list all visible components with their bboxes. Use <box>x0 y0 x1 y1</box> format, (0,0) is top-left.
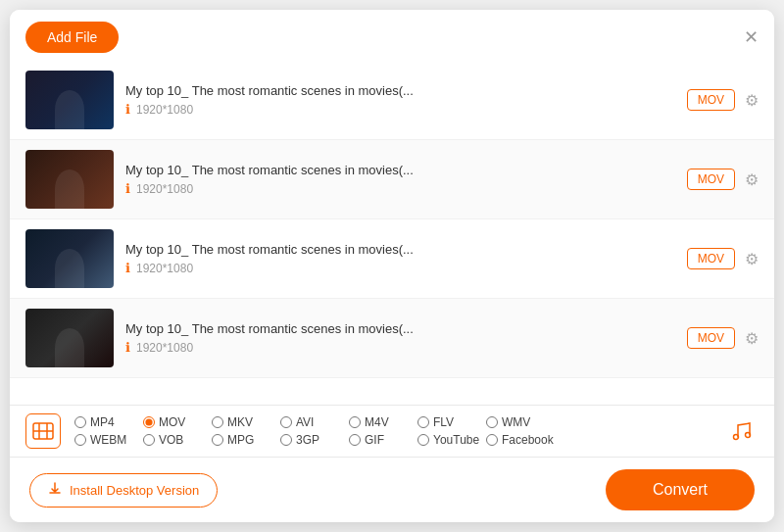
format-badge[interactable]: MOV <box>687 89 735 111</box>
format-label-wmv: WMV <box>502 415 530 429</box>
file-info: My top 10_ The most romantic scenes in m… <box>114 163 687 196</box>
format-radio-gif[interactable] <box>349 434 361 446</box>
title-bar: Add File ✕ <box>10 10 774 61</box>
file-item: My top 10_ The most romantic scenes in m… <box>10 219 774 299</box>
bottom-bar: Install Desktop Version Convert <box>10 457 774 522</box>
info-icon[interactable]: ℹ <box>125 181 130 196</box>
file-name: My top 10_ The most romantic scenes in m… <box>125 242 498 257</box>
format-label-gif: GIF <box>365 433 384 447</box>
info-icon[interactable]: ℹ <box>125 340 130 355</box>
file-thumbnail <box>25 309 114 367</box>
app-window: Add File ✕ My top 10_ The most romantic … <box>10 10 774 522</box>
download-icon <box>48 482 62 499</box>
file-name: My top 10_ The most romantic scenes in m… <box>125 83 498 98</box>
format-radio-mpg[interactable] <box>212 434 223 446</box>
format-label-mov: MOV <box>159 415 185 429</box>
format-label-3gp: 3GP <box>296 433 319 447</box>
format-radio-avi[interactable] <box>280 416 292 428</box>
format-radio-webm[interactable] <box>74 434 86 446</box>
format-label-webm: WEBM <box>90 433 126 447</box>
format-radio-youtube[interactable] <box>417 434 429 446</box>
svg-point-5 <box>746 433 751 438</box>
file-thumbnail <box>25 229 114 288</box>
format-label-flv: FLV <box>433 415 454 429</box>
format-option-avi[interactable]: AVI <box>280 415 349 429</box>
format-radio-facebook[interactable] <box>486 434 498 446</box>
info-icon[interactable]: ℹ <box>125 261 130 275</box>
install-label: Install Desktop Version <box>70 483 199 498</box>
video-format-icon <box>25 413 61 449</box>
format-option-mkv[interactable]: MKV <box>212 415 280 429</box>
format-radio-mkv[interactable] <box>212 416 223 428</box>
format-badge[interactable]: MOV <box>687 169 735 190</box>
file-resolution: 1920*1080 <box>136 262 193 275</box>
settings-button[interactable]: ⚙ <box>745 250 759 268</box>
file-item: My top 10_ The most romantic scenes in m… <box>10 299 774 378</box>
file-actions: MOV ⚙ <box>687 327 759 349</box>
file-info: My top 10_ The most romantic scenes in m… <box>114 242 687 275</box>
file-resolution: 1920*1080 <box>136 103 193 117</box>
format-label-youtube: YouTube <box>433 433 479 447</box>
format-label-avi: AVI <box>296 415 314 429</box>
settings-button[interactable]: ⚙ <box>745 170 759 189</box>
format-option-wmv[interactable]: WMV <box>486 415 555 429</box>
format-option-mpg[interactable]: MPG <box>212 433 280 447</box>
settings-button[interactable]: ⚙ <box>745 91 759 110</box>
format-label-mp4: MP4 <box>90 415 115 429</box>
convert-button[interactable]: Convert <box>606 469 755 510</box>
format-radio-flv[interactable] <box>417 416 429 428</box>
format-option-youtube[interactable]: YouTube <box>417 433 486 447</box>
file-meta: ℹ 1920*1080 <box>125 340 675 355</box>
format-option-mov[interactable]: MOV <box>143 415 212 429</box>
file-list: My top 10_ The most romantic scenes in m… <box>10 61 774 405</box>
file-resolution: 1920*1080 <box>136 341 193 355</box>
format-label-mpg: MPG <box>227 433 254 447</box>
format-row-1: MP4MOVMKVAVIM4VFLVWMV <box>74 415 715 429</box>
format-badge[interactable]: MOV <box>687 248 735 269</box>
format-row-2: WEBMVOBMPG3GPGIFYouTubeFacebook <box>74 433 715 447</box>
file-name: My top 10_ The most romantic scenes in m… <box>125 321 498 336</box>
file-meta: ℹ 1920*1080 <box>125 181 675 196</box>
info-icon[interactable]: ℹ <box>125 102 130 117</box>
file-meta: ℹ 1920*1080 <box>125 102 675 117</box>
format-radio-wmv[interactable] <box>486 416 498 428</box>
file-actions: MOV ⚙ <box>687 248 759 269</box>
file-info: My top 10_ The most romantic scenes in m… <box>114 321 687 355</box>
format-bar: MP4MOVMKVAVIM4VFLVWMVWEBMVOBMPG3GPGIFYou… <box>10 405 774 457</box>
file-item: My top 10_ The most romantic scenes in m… <box>10 140 774 219</box>
settings-button[interactable]: ⚙ <box>745 329 759 348</box>
format-radio-vob[interactable] <box>143 434 155 446</box>
format-radio-mov[interactable] <box>143 416 155 428</box>
file-name: My top 10_ The most romantic scenes in m… <box>125 163 498 177</box>
format-option-flv[interactable]: FLV <box>417 415 486 429</box>
format-label-facebook: Facebook <box>502 433 554 447</box>
add-file-button[interactable]: Add File <box>25 22 119 53</box>
file-thumbnail <box>25 71 114 129</box>
format-option-webm[interactable]: WEBM <box>74 433 143 447</box>
file-item: My top 10_ The most romantic scenes in m… <box>10 61 774 140</box>
file-actions: MOV ⚙ <box>687 89 759 111</box>
format-option-vob[interactable]: VOB <box>143 433 212 447</box>
format-label-m4v: M4V <box>365 415 389 429</box>
music-icon[interactable] <box>723 413 759 449</box>
format-radio-m4v[interactable] <box>349 416 361 428</box>
format-options: MP4MOVMKVAVIM4VFLVWMVWEBMVOBMPG3GPGIFYou… <box>74 415 715 447</box>
format-option-gif[interactable]: GIF <box>349 433 417 447</box>
format-label-vob: VOB <box>159 433 183 447</box>
file-resolution: 1920*1080 <box>136 182 193 196</box>
svg-point-4 <box>734 435 739 440</box>
format-radio-3gp[interactable] <box>280 434 292 446</box>
file-thumbnail <box>25 150 114 209</box>
format-label-mkv: MKV <box>227 415 253 429</box>
format-option-m4v[interactable]: M4V <box>349 415 417 429</box>
format-option-3gp[interactable]: 3GP <box>280 433 349 447</box>
format-radio-mp4[interactable] <box>74 416 86 428</box>
format-option-mp4[interactable]: MP4 <box>74 415 143 429</box>
format-badge[interactable]: MOV <box>687 327 735 349</box>
install-button[interactable]: Install Desktop Version <box>29 473 218 508</box>
format-option-facebook[interactable]: Facebook <box>486 433 555 447</box>
close-button[interactable]: ✕ <box>744 28 759 46</box>
file-meta: ℹ 1920*1080 <box>125 261 675 275</box>
file-info: My top 10_ The most romantic scenes in m… <box>114 83 687 117</box>
file-actions: MOV ⚙ <box>687 169 759 190</box>
